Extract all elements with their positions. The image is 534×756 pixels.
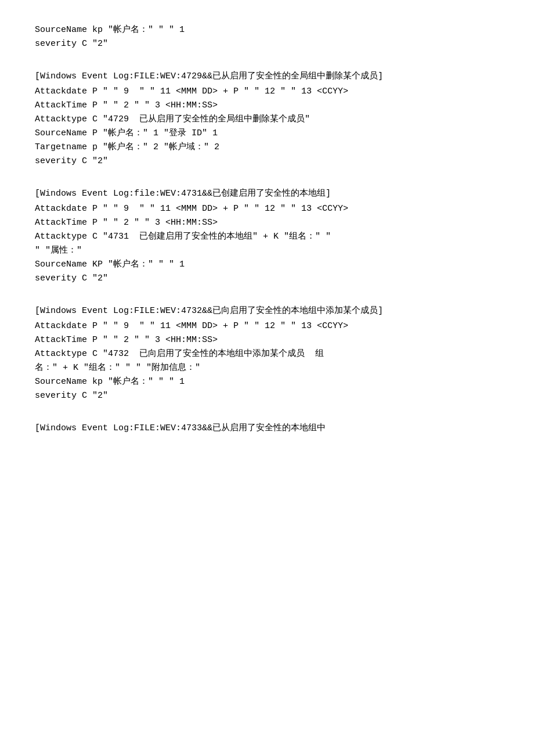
content-line: SourceName kp ″帐户名：″ ″ ″ 1 — [35, 23, 499, 37]
content-line: Attackdate P ″ ″ 9 ″ ″ 11 <MMM DD> + P ″… — [35, 85, 499, 99]
content-line: SourceName KP ″帐户名：″ ″ ″ 1 — [35, 258, 499, 272]
content-line: AttackTime P ″ ″ 2 ″ ″ 3 <HH:MM:SS> — [35, 333, 499, 347]
block-title: [Windows Event Log:file:WEV:4731&&已创建启用了… — [35, 187, 499, 201]
block-title: [Windows Event Log:FILE:WEV:4733&&已从启用了安… — [35, 422, 499, 435]
content-block: SourceName kp ″帐户名：″ ″ ″ 1severity C ″2″ — [35, 23, 499, 51]
block-title: [Windows Event Log:FILE:WEV:4732&&已向启用了安… — [35, 304, 499, 318]
content-block: [Windows Event Log:FILE:WEV:4733&&已从启用了安… — [35, 422, 499, 435]
content-line: Attackdate P ″ ″ 9 ″ ″ 11 <MMM DD> + P ″… — [35, 319, 499, 333]
main-content: SourceName kp ″帐户名：″ ″ ″ 1severity C ″2″… — [35, 23, 499, 435]
content-line: AttackTime P ″ ″ 2 ″ ″ 3 <HH:MM:SS> — [35, 216, 499, 230]
content-line: AttackTime P ″ ″ 2 ″ ″ 3 <HH:MM:SS> — [35, 99, 499, 113]
block-title: [Windows Event Log:FILE:WEV:4729&&已从启用了安… — [35, 70, 499, 84]
content-block: [Windows Event Log:file:WEV:4731&&已创建启用了… — [35, 187, 499, 286]
content-line: SourceName kp ″帐户名：″ ″ ″ 1 — [35, 375, 499, 389]
content-block: [Windows Event Log:FILE:WEV:4732&&已向启用了安… — [35, 304, 499, 403]
content-line: severity C ″2″ — [35, 154, 499, 168]
content-line: severity C ″2″ — [35, 389, 499, 403]
content-line: Attackdate P ″ ″ 9 ″ ″ 11 <MMM DD> + P ″… — [35, 202, 499, 216]
content-line: Attacktype C ″4729 已从启用了安全性的全局组中删除某个成员″ — [35, 113, 499, 127]
content-line: Targetname p ″帐户名：″ 2 ″帐户域：″ 2 — [35, 141, 499, 154]
content-line: severity C ″2″ — [35, 272, 499, 286]
content-line: Attacktype C ″4731 已创建启用了安全性的本地组″ + K ″组… — [35, 230, 499, 258]
content-line: severity C ″2″ — [35, 37, 499, 51]
content-block: [Windows Event Log:FILE:WEV:4729&&已从启用了安… — [35, 70, 499, 168]
content-line: SourceName P ″帐户名：″ 1 ″登录 ID″ 1 — [35, 127, 499, 141]
content-line: Attacktype C ″4732 已向启用了安全性的本地组中添加某个成员 组… — [35, 347, 499, 375]
